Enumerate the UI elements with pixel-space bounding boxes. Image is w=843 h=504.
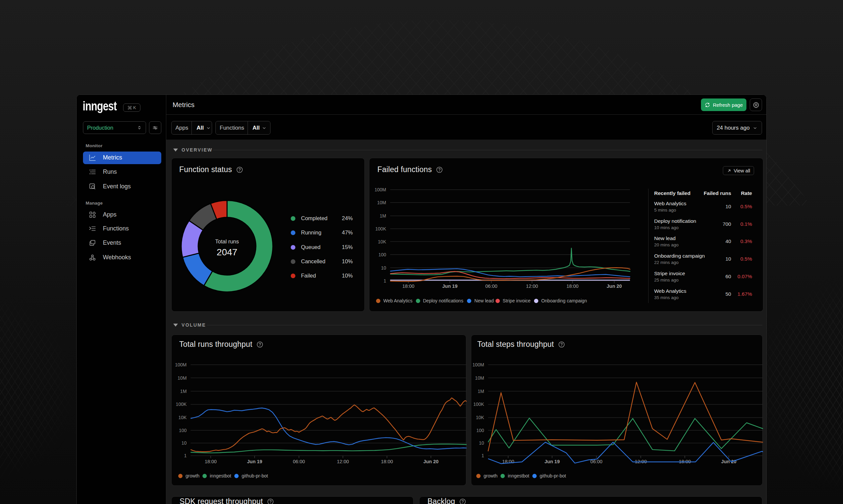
svg-text:10: 10 — [479, 440, 484, 446]
svg-text:18:00: 18:00 — [567, 284, 579, 289]
svg-text:100M: 100M — [472, 362, 484, 367]
svg-text:1M: 1M — [380, 213, 386, 218]
svg-text:10K: 10K — [476, 415, 485, 420]
svg-text:100K: 100K — [375, 226, 386, 231]
svg-text:1M: 1M — [478, 389, 484, 394]
svg-text:Total runs: Total runs — [215, 238, 239, 245]
svg-text:1M: 1M — [180, 389, 187, 394]
svg-text:18:00: 18:00 — [381, 459, 393, 464]
svg-text:10: 10 — [381, 265, 386, 271]
svg-text:10M: 10M — [177, 375, 187, 381]
svg-text:Jun 20: Jun 20 — [423, 459, 438, 464]
svg-text:1: 1 — [384, 278, 386, 284]
svg-text:100: 100 — [476, 428, 484, 433]
svg-text:1: 1 — [184, 453, 187, 458]
svg-text:100M: 100M — [175, 362, 187, 367]
svg-text:1: 1 — [482, 453, 484, 458]
svg-text:10M: 10M — [475, 375, 484, 381]
svg-text:10: 10 — [182, 440, 187, 446]
svg-text:12:00: 12:00 — [526, 284, 538, 289]
svg-text:2047: 2047 — [217, 247, 237, 257]
svg-text:100: 100 — [378, 252, 386, 257]
svg-text:Jun 20: Jun 20 — [721, 459, 737, 464]
svg-text:10M: 10M — [377, 200, 386, 205]
svg-text:100M: 100M — [374, 187, 386, 192]
svg-text:Jun 19: Jun 19 — [443, 284, 458, 289]
svg-text:10K: 10K — [178, 415, 187, 420]
svg-text:100K: 100K — [176, 401, 187, 407]
svg-text:18:00: 18:00 — [402, 284, 414, 289]
svg-text:18:00: 18:00 — [205, 459, 217, 464]
svg-text:Jun 19: Jun 19 — [247, 459, 262, 464]
svg-text:06:00: 06:00 — [293, 459, 305, 464]
svg-text:06:00: 06:00 — [485, 284, 497, 289]
svg-text:Jun 20: Jun 20 — [607, 284, 622, 289]
svg-text:Jun 19: Jun 19 — [545, 459, 560, 464]
svg-text:10K: 10K — [378, 239, 386, 245]
svg-text:100K: 100K — [473, 401, 484, 407]
svg-text:100: 100 — [179, 428, 187, 433]
svg-text:12:00: 12:00 — [337, 459, 349, 464]
